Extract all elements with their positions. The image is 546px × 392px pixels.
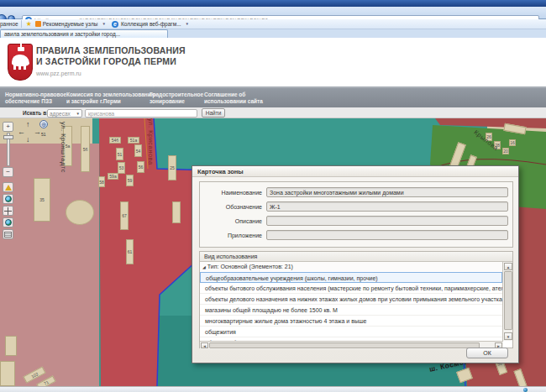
chevron-down-icon: ▼: [76, 112, 80, 116]
overview-globe-icon[interactable]: ⊕: [39, 120, 48, 128]
map-building: 59а: [108, 173, 118, 180]
perm-coat-of-arms-icon: [8, 44, 33, 81]
ruler-icon: [4, 232, 12, 238]
cone-icon: [5, 185, 12, 191]
search-label: Искать в:: [23, 110, 48, 116]
tool-move-button[interactable]: [3, 206, 13, 216]
vertical-scroll-thumb[interactable]: [504, 271, 512, 330]
tool-globe-button[interactable]: [3, 194, 13, 204]
nav-item-commission[interactable]: Комиссия по землепользованию и застройке…: [66, 91, 155, 105]
pan-left-icon[interactable]: ←: [18, 128, 25, 136]
field-label-attachment: Приложение: [200, 233, 262, 238]
tool-cone-button[interactable]: [3, 182, 13, 192]
nav-item-zoning[interactable]: Градостроительное зонирование: [150, 91, 203, 105]
list-item[interactable]: объекты делового назначения на нижних эт…: [200, 294, 502, 305]
scroll-down-icon[interactable]: ▼: [504, 332, 512, 340]
horizontal-scroll-thumb[interactable]: [209, 342, 480, 348]
map-building: 25: [168, 155, 176, 180]
globe-icon: [5, 219, 12, 226]
status-globe-icon: [523, 388, 528, 392]
tree-expand-icon[interactable]: ◢: [202, 264, 206, 269]
favorites-star-icon[interactable]: ★: [26, 20, 32, 28]
map-number-label: 51: [41, 132, 46, 137]
nav-item-agreement[interactable]: Соглашение об использовании сайта: [204, 91, 263, 105]
map-building: [172, 201, 181, 223]
street-label-kronshtadtskaya: ул. Кронштадтс: [60, 122, 67, 173]
pan-up-icon[interactable]: ↑: [26, 120, 30, 128]
map-building: 54: [134, 144, 142, 157]
map-building: 51а: [128, 137, 139, 144]
field-input-attachment[interactable]: [266, 230, 508, 240]
pan-down-icon[interactable]: ↓: [26, 135, 30, 144]
favorites-label[interactable]: ранное: [0, 21, 18, 27]
suggested-sites-icon: [35, 21, 41, 27]
chevron-down-icon[interactable]: ▼: [186, 22, 189, 26]
field-label-name: Наименование: [200, 190, 262, 196]
field-label-designation: Обозначение: [200, 204, 262, 210]
map-building: 56: [137, 161, 144, 173]
pan-right-icon[interactable]: →: [34, 128, 41, 136]
site-title: ПРАВИЛА ЗЕМЛЕПОЛЬЗОВАНИЯ И ЗАСТРОЙКИ ГОР…: [36, 45, 186, 67]
ok-button[interactable]: ОК: [466, 348, 508, 358]
map-building: [5, 336, 17, 356]
field-input-designation[interactable]: Ж-1: [266, 201, 508, 212]
site-title-line2: И ЗАСТРОЙКИ ГОРОДА ПЕРМИ: [36, 56, 186, 67]
map-building: 67: [120, 201, 129, 230]
field-label-description: Описание: [200, 218, 262, 224]
list-item[interactable]: общежития: [200, 327, 502, 337]
street-label-krisanova: ул. Крисанова: [147, 118, 155, 165]
list-header: Вид использования: [200, 252, 512, 262]
zoom-in-button[interactable]: +: [3, 122, 13, 132]
list-item[interactable]: многоквартирные жилые дома этажностью 4 …: [200, 316, 502, 327]
main-nav: Нормативно-правовое обеспечение ПЗЗ Коми…: [0, 86, 546, 107]
tool-measure-button[interactable]: [3, 229, 13, 239]
map-building: 54б: [109, 137, 121, 144]
chevron-down-icon[interactable]: ▼: [102, 22, 105, 26]
map-building: 51: [116, 148, 123, 160]
search-scope-select[interactable]: адресах ▼: [47, 109, 82, 118]
scroll-left-icon[interactable]: ◄: [201, 342, 208, 348]
map-building: 59: [126, 175, 134, 186]
map-building: 58: [98, 176, 105, 187]
window-titlebar: [0, 0, 546, 7]
move-icon: [4, 207, 12, 215]
scroll-up-icon[interactable]: ▲: [504, 263, 512, 270]
favorites-item-webslices[interactable]: Коллекция веб-фрагм...: [121, 21, 181, 27]
tab-bar: авила землепользования и застройки город…: [0, 29, 546, 38]
zoom-slider-handle[interactable]: [3, 135, 13, 139]
list-item[interactable]: общеобразовательные учреждения (школы, г…: [200, 272, 502, 283]
favorites-item-suggested[interactable]: Рекомендуемые узлы: [43, 21, 98, 27]
nav-item-normative[interactable]: Нормативно-правовое обеспечение ПЗЗ: [5, 91, 66, 105]
map-building: 35: [34, 178, 50, 222]
search-input[interactable]: крисанова: [85, 109, 197, 118]
map-building: 20: [502, 148, 509, 154]
status-bar: [0, 386, 546, 392]
ie-icon: e: [112, 21, 118, 28]
map-building: [0, 361, 15, 386]
site-url: www.pzz.perm.ru: [36, 71, 81, 76]
field-input-description[interactable]: [266, 216, 508, 226]
use-types-list: Вид использования ◢Тип: Основной (Элемен…: [199, 251, 513, 348]
list-item[interactable]: магазины общей площадью не более 1500 кв…: [200, 305, 502, 316]
zoom-out-button[interactable]: −: [3, 167, 13, 177]
map-building: 53: [118, 162, 125, 174]
list-group-row[interactable]: ◢Тип: Основной (Элементов: 21): [200, 262, 502, 271]
list-item[interactable]: объекты бытового обслуживания населения …: [200, 283, 502, 294]
map-building: 5б: [81, 126, 90, 172]
field-input-name[interactable]: Зона застройки многоэтажными жилыми дома…: [266, 187, 508, 197]
tab-pzz-perm[interactable]: авила землепользования и застройки город…: [0, 29, 168, 38]
map-search-bar: Искать в: адресах ▼ крисанова Найти: [0, 107, 546, 118]
address-bar-row: e http://pzz.perm.ru/%D0%B3%D1%80%D0%B0%…: [0, 7, 546, 19]
site-title-line1: ПРАВИЛА ЗЕМЛЕПОЛЬЗОВАНИЯ: [36, 45, 186, 56]
zone-card-dialog: Карточка зоны Наименование Зона застройк…: [192, 165, 519, 363]
vertical-scrollbar[interactable]: ▲ ▼: [502, 262, 512, 341]
map-building: 16: [509, 139, 516, 146]
dialog-title: Карточка зоны: [192, 166, 518, 177]
favorites-bar: ранное ★ Рекомендуемые узлы▼ e Коллекция…: [0, 19, 546, 29]
separator: [21, 20, 22, 28]
site-header: ПРАВИЛА ЗЕМЛЕПОЛЬЗОВАНИЯ И ЗАСТРОЙКИ ГОР…: [0, 38, 546, 86]
map-building: 61: [126, 239, 134, 264]
tool-globe2-button[interactable]: [3, 217, 13, 227]
horizontal-scrollbar[interactable]: ◄ ►: [200, 341, 503, 349]
search-button[interactable]: Найти: [202, 108, 225, 118]
